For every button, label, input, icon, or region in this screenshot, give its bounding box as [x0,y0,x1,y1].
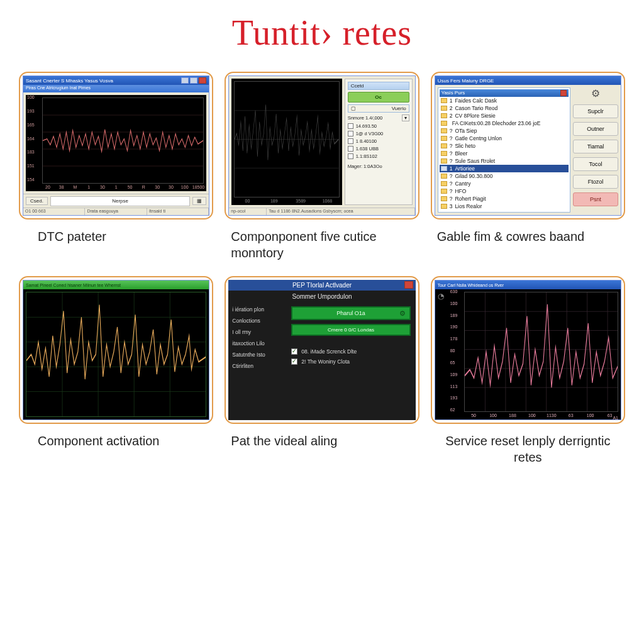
tree-item[interactable]: 3Lios Realor [440,203,569,210]
panel5-caption: Pat the videal aling [225,433,419,449]
tree-item-num: ? [450,143,453,149]
nav-item[interactable]: i iération plon [232,306,282,313]
panel1-icon-btn[interactable]: ▦ [192,197,206,205]
panel1-name-field[interactable]: Nerpse [50,196,190,206]
tree-item[interactable]: ?Gatle Centng Unlon [440,135,569,142]
nav-item[interactable]: Satutnthe Isto [232,352,282,358]
close-icon[interactable] [199,77,206,84]
xtick: 50 [464,413,484,419]
nav-item[interactable]: itaxoction Lilo [232,340,282,347]
tree-item-label: Gatle Centng Unlon [455,135,502,142]
ytick: 154 [27,177,42,191]
tree-item-label: Artioriee [455,165,475,172]
panel2-side-header[interactable]: Ccetd [348,82,409,90]
check-label: 2! The Woniny Clota [301,358,350,365]
x-axis-unit: А1 [613,416,618,419]
tree-item[interactable]: 2Cason Tario Reod [440,104,569,112]
tree-item-label: Rohert Piagit [455,196,486,202]
side-field: 1@ d V3G00 [356,131,383,136]
checkbox[interactable] [348,131,353,136]
nav-item[interactable]: I oll rmy [232,329,282,335]
ytick: 183 [27,150,42,164]
tree-item[interactable]: ?Bleer [440,150,569,157]
tree-item[interactable]: 2CV 8Plore Siesie [440,112,569,119]
ytick: 113 [450,384,465,396]
page-title: Tuntit› retes [19,13,625,53]
side-field: 1.638 UBB [356,146,379,152]
checkbox[interactable] [348,138,353,144]
panel1-titlebar[interactable]: Sasant Cnerter S Mhasks Yasus Vosva [23,76,209,85]
tree-btn-4[interactable]: Ftozol [573,175,618,189]
minimize-icon[interactable] [181,77,189,84]
panel3-caption: Gable fim & cowres baand [431,228,625,245]
ok-button[interactable]: Oc [348,92,409,103]
close-icon[interactable] [404,281,413,289]
tree-btn-0[interactable]: Supclr [573,104,618,118]
tree-item[interactable]: FA CIKets:00.28 Dlechoder 23.06 joE [440,119,569,127]
side-field: Snmore 1.4/,000 [348,115,382,121]
dropdown-icon[interactable]: ▾ [402,114,409,121]
tree-btn-3[interactable]: Tocol [573,157,618,171]
maximize-icon[interactable] [190,77,197,84]
tree-item[interactable]: ?OTa Siep [440,127,569,135]
checkbox-icon[interactable] [291,348,297,355]
checkbox[interactable] [348,146,353,152]
tree-item[interactable]: ?Slic heto [440,142,569,150]
gear-icon[interactable]: ⚙ [591,87,600,99]
ytick: 630 [450,289,465,301]
panel5-secondary-btn[interactable]: Cmere 0 0/C Londas [291,324,410,336]
panel3-titlebar[interactable]: Usus Fers Maluny DRGE [435,76,621,85]
nav-item[interactable]: Ctirirliten [232,363,282,369]
panel6-titlebar[interactable]: Tour Carl Nsila Whideand os Rver [435,280,621,289]
panel-tree: Usus Fers Maluny DRGE Yasis Purs 1Faides… [431,72,625,219]
panel-dtc: Sasant Cnerter S Mhasks Yasus Vosva Pira… [19,72,213,219]
tree-view[interactable]: Yasis Purs 1Faides Calc Dask2Cason Tario… [438,87,570,213]
tree-item-num: ? [450,188,453,194]
tree-item-label: Cason Tario Reod [455,105,497,111]
tree-item[interactable]: ?Cantry [440,180,569,187]
tree-btn-red[interactable]: Psnt [573,192,618,206]
tree-item-num: 2 [450,113,453,119]
ytick: 62 [450,408,465,419]
side-field: 1 8.40100 [356,138,377,144]
tree-item[interactable]: ?HFO [440,187,569,195]
tree-item-num: 1 [450,165,453,172]
tree-item-label: CV 8Plore Siesie [455,113,495,119]
tree-item[interactable]: ?Gilad 90.30.800 [440,172,569,180]
xtick: 30 [96,185,109,191]
folder-icon [441,174,447,179]
tree-item[interactable]: ?Sule Saus Rrolet [440,157,569,165]
tree-item[interactable]: 1Faides Calc Dask [440,97,569,104]
tree-item-label: Cantry [455,180,470,187]
xtick: R [136,185,150,191]
folder-icon [441,128,447,133]
close-icon[interactable] [401,84,406,89]
tree-item[interactable]: ?Rohert Piagit [440,195,569,203]
tree-btn-1[interactable]: Outner [573,122,618,136]
checkbox[interactable] [348,123,353,129]
folder-icon [441,143,447,148]
check-row[interactable]: 2! The Woniny Clota [291,358,410,365]
tree-item-num: ? [450,158,453,164]
panel4-toolbar[interactable]: Samat Pineel Coned hisaner Miinun tee Wh… [23,280,209,289]
tree-item-num: 2 [450,105,453,111]
close-icon[interactable] [560,90,567,96]
checkbox-icon[interactable] [291,358,297,365]
minimize-icon[interactable] [394,84,399,89]
nav-item[interactable]: Conloctions [232,318,282,324]
xtick: 3589 [287,199,314,205]
panel1-left-btn[interactable]: Csed. [26,197,48,205]
tree-item-label: FA CIKets:00.28 Dlechoder 23.06 joE [452,120,541,126]
panel5-primary-btn[interactable]: Pharul O1a ⚙ [291,306,410,320]
folder-icon [441,151,447,156]
ytick: 190 [450,325,465,336]
check-row[interactable]: 08. iMade Screnck Dlte [291,348,410,355]
xtick: 63 [561,413,580,419]
ytick: 165 [27,123,42,136]
panel5-titlebar[interactable]: PEP TIorlal Actlvader [228,280,415,291]
status-cell: Tau d 1186 8N2.Ausadions Gsbyscm; ocea [267,208,414,215]
checkbox[interactable] [348,153,353,159]
tree-item[interactable]: 1Artioriee [440,165,569,172]
tree-item-label: Lios Realor [455,203,482,209]
tree-btn-2[interactable]: Tiamal [573,140,618,153]
